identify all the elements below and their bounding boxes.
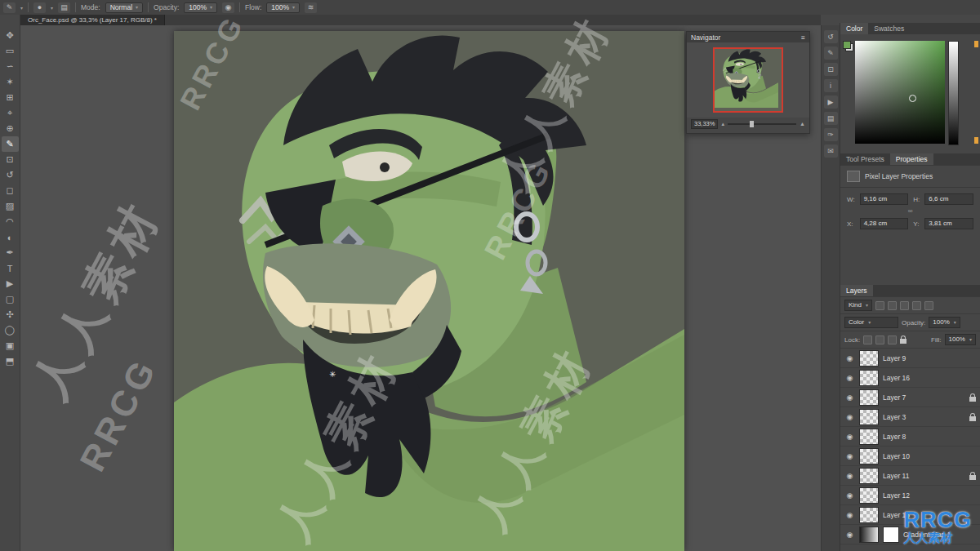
- quick-mask-toggle[interactable]: ▣: [2, 338, 19, 353]
- layers-opacity-select[interactable]: 100% ▾: [929, 317, 960, 328]
- document-canvas[interactable]: [174, 31, 684, 551]
- layer-thumbnail[interactable]: [859, 487, 879, 504]
- notes-panel-icon[interactable]: ✉: [824, 144, 838, 158]
- screen-mode-toggle[interactable]: ⬒: [2, 353, 19, 369]
- tool-history-brush[interactable]: ↺: [2, 167, 19, 183]
- filter-smart-objects-icon[interactable]: [924, 301, 933, 310]
- tool-crop[interactable]: ⊞: [2, 90, 19, 105]
- x-field[interactable]: 4,28 cm: [860, 218, 909, 229]
- link-dimensions-icon[interactable]: ∞: [847, 210, 973, 213]
- clone-source-panel-icon[interactable]: ⊡: [824, 63, 838, 76]
- panel-menu-icon[interactable]: ≡: [801, 33, 805, 42]
- actions-panel-icon[interactable]: ▶: [824, 96, 838, 109]
- chevron-down-icon[interactable]: ▾: [20, 5, 23, 11]
- navigator-zoom-field[interactable]: 33,33%: [691, 119, 718, 129]
- tool-shape[interactable]: ▢: [2, 291, 19, 307]
- filter-type-layers-icon[interactable]: [900, 301, 909, 310]
- tab-color[interactable]: Color: [840, 23, 868, 34]
- lock-all-icon[interactable]: [900, 339, 906, 344]
- navigator-zoom-slider[interactable]: [728, 123, 796, 125]
- tab-layers[interactable]: Layers: [840, 285, 873, 296]
- color-ramp-marker[interactable]: [974, 41, 978, 47]
- brush-preset-icon[interactable]: ●: [33, 2, 46, 13]
- orc-artwork[interactable]: [174, 31, 684, 551]
- layer-row[interactable]: ◉ Layer 10: [840, 447, 980, 466]
- color-ramp[interactable]: [948, 41, 959, 145]
- tab-properties[interactable]: Properties: [890, 153, 933, 165]
- info-panel-icon[interactable]: i: [824, 79, 838, 92]
- visibility-eye-icon[interactable]: ◉: [844, 491, 855, 500]
- lock-position-icon[interactable]: [888, 335, 897, 344]
- lock-pixels-icon[interactable]: [875, 335, 884, 344]
- mode-select[interactable]: Normal ▾: [105, 2, 143, 13]
- layer-thumbnail[interactable]: [859, 507, 879, 523]
- document-tab[interactable]: Orc_Face.psd @ 33,3% (Layer 17, RGB/8) *: [20, 15, 165, 25]
- tool-eraser[interactable]: ◻: [2, 183, 19, 198]
- tool-clone-stamp[interactable]: ⊡: [2, 152, 19, 167]
- history-panel-icon[interactable]: ↺: [824, 30, 838, 43]
- tool-magic-wand[interactable]: ✶: [2, 74, 19, 90]
- layer-row[interactable]: ◉ Layer 9: [840, 349, 980, 368]
- tool-gradient[interactable]: ▨: [2, 198, 19, 214]
- layer-row[interactable]: ◉ Layer 3: [840, 407, 980, 427]
- tool-dodge[interactable]: ◐: [2, 229, 19, 245]
- tool-eyedropper[interactable]: ⌖: [2, 105, 19, 121]
- layer-thumbnail[interactable]: [859, 468, 879, 484]
- tool-lasso[interactable]: ∽: [2, 59, 19, 74]
- visibility-eye-icon[interactable]: ◉: [844, 433, 855, 441]
- tool-preset-icon[interactable]: ✎: [3, 2, 16, 13]
- layer-filter-kind-select[interactable]: Kind ▾: [844, 300, 872, 311]
- tool-path-select[interactable]: ▶: [2, 276, 19, 291]
- paths-panel-icon[interactable]: ✑: [824, 128, 838, 141]
- y-field[interactable]: 3,81 cm: [924, 218, 973, 229]
- tool-marquee[interactable]: ▭: [2, 43, 19, 59]
- layer-thumbnail[interactable]: [859, 350, 879, 367]
- height-field[interactable]: 6,6 cm: [924, 193, 973, 205]
- panel-toggle-icon[interactable]: ▤: [58, 2, 70, 13]
- layer-row[interactable]: ◉ Layer 7: [840, 388, 980, 407]
- visibility-eye-icon[interactable]: ◉: [844, 472, 855, 480]
- flow-select[interactable]: 100% ▾: [266, 2, 300, 13]
- zoom-in-icon[interactable]: ▲: [800, 121, 805, 127]
- layer-thumbnail[interactable]: [859, 448, 879, 464]
- visibility-eye-icon[interactable]: ◉: [844, 413, 855, 421]
- layer-mask-thumbnail[interactable]: [883, 527, 899, 543]
- tool-hand[interactable]: ✣: [2, 307, 19, 322]
- tool-move[interactable]: ✥: [2, 28, 19, 43]
- visibility-eye-icon[interactable]: ◉: [844, 354, 855, 362]
- gradient-map-thumbnail[interactable]: [859, 527, 879, 543]
- foreground-color-swatch[interactable]: [843, 41, 851, 49]
- color-saturation-box[interactable]: [855, 41, 945, 144]
- layer-row[interactable]: ◉ Layer 12: [840, 486, 980, 505]
- visibility-eye-icon[interactable]: ◉: [844, 531, 855, 539]
- visibility-eye-icon[interactable]: ◉: [844, 452, 855, 460]
- lock-transparency-icon[interactable]: [863, 335, 872, 344]
- layer-thumbnail[interactable]: [859, 409, 879, 425]
- layer-thumbnail[interactable]: [859, 429, 879, 445]
- filter-pixel-layers-icon[interactable]: [875, 301, 884, 310]
- visibility-eye-icon[interactable]: ◉: [844, 511, 855, 519]
- filter-adjustment-layers-icon[interactable]: [888, 301, 897, 310]
- brush-settings-panel-icon[interactable]: ✎: [824, 47, 838, 60]
- layer-row[interactable]: ◉ Layer 11: [840, 466, 980, 486]
- layer-thumbnail[interactable]: [859, 389, 879, 406]
- channels-panel-icon[interactable]: ▤: [824, 112, 838, 125]
- tool-zoom[interactable]: ◯: [2, 322, 19, 338]
- foreground-background-swatches[interactable]: [843, 41, 853, 51]
- layer-thumbnail[interactable]: [859, 370, 879, 386]
- filter-shape-layers-icon[interactable]: [912, 301, 921, 310]
- airbrush-icon[interactable]: ≋: [305, 2, 317, 13]
- zoom-out-icon[interactable]: ▴: [721, 121, 724, 127]
- opacity-select[interactable]: 100% ▾: [184, 2, 217, 13]
- tab-tool-presets[interactable]: Tool Presets: [840, 153, 890, 165]
- width-field[interactable]: 9,16 cm: [860, 193, 909, 205]
- visibility-eye-icon[interactable]: ◉: [844, 374, 855, 382]
- tool-blur[interactable]: ◠: [2, 214, 19, 229]
- visibility-eye-icon[interactable]: ◉: [844, 393, 855, 402]
- tool-brush[interactable]: ✎: [2, 136, 19, 152]
- pressure-opacity-icon[interactable]: ◉: [222, 2, 234, 13]
- color-picker-marker[interactable]: [909, 95, 916, 102]
- blend-mode-select[interactable]: Color ▾: [844, 317, 898, 328]
- layer-row[interactable]: ◉ Layer 16: [840, 368, 980, 388]
- tool-pen[interactable]: ✒: [2, 245, 19, 260]
